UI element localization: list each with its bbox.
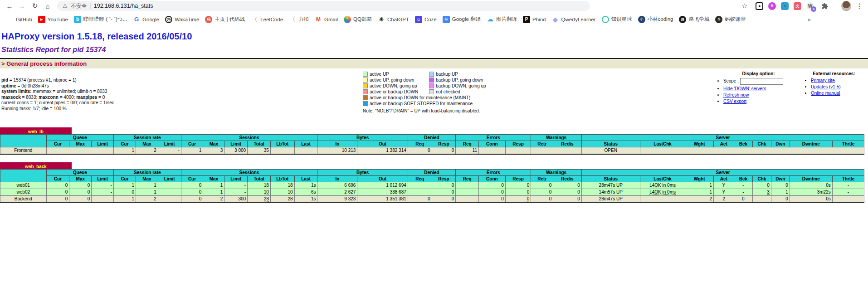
column-header: Req <box>456 175 479 182</box>
column-header: Dwn <box>771 175 790 182</box>
bookmark-item[interactable]: GGoogle 翻译 <box>443 16 481 23</box>
browser-toolbar: ← → ↻ ⌂ ⚠ 不安全 192.168.6.131/ha_stats ☆ ■… <box>0 0 868 12</box>
menu-kebab-icon[interactable]: ⋮ <box>856 2 863 10</box>
legend-row: active UP, going downbackup UP, going do… <box>363 77 486 83</box>
column-group-header: Errors <box>456 135 531 141</box>
column-header: Req <box>408 175 432 182</box>
legend-label: active UP <box>370 72 389 77</box>
bookmark-label: Phind <box>532 17 546 22</box>
external-resource-link[interactable]: Primary site <box>811 78 835 83</box>
display-option-link[interactable]: Hide 'DOWN' servers <box>723 86 766 91</box>
bookmarks-overflow-chevron[interactable]: » <box>807 16 811 23</box>
legend-entry: active UP, going down <box>363 78 429 83</box>
process-info-line: pid = 15374 (process #1, nbproc = 1) <box>1 78 114 83</box>
bookmark-item[interactable]: PPhind <box>523 16 546 23</box>
tooltip-value: 0 <box>527 196 530 202</box>
refresh-icon[interactable]: ↻ <box>29 0 41 11</box>
bookmark-item[interactable]: ☺Coze <box>415 16 437 23</box>
stats-cell <box>158 189 181 195</box>
stats-cell: 0 <box>69 182 92 189</box>
extension-purple-circle-icon[interactable]: R <box>768 2 776 10</box>
extension-w-icon[interactable]: W6 <box>806 2 814 10</box>
haproxy-version-link[interactable]: HAProxy version 1.5.18, released 2016/05… <box>1 31 192 41</box>
extension-translate-icon[interactable]: 文 <box>794 2 801 10</box>
stats-cell: 3 <box>752 189 771 195</box>
stats-cell: 28m47s UP <box>581 195 640 202</box>
scope-input[interactable] <box>740 78 783 85</box>
stats-cell: 0 <box>505 195 531 202</box>
legend-swatch <box>429 83 434 88</box>
bookmark-item[interactable]: ▶YouTube <box>38 16 68 23</box>
bookmark-item[interactable]: ☁图片翻译 <box>487 16 517 23</box>
tooltip-value: 2 <box>154 148 156 153</box>
column-header: Resp <box>505 175 531 182</box>
stats-table-web_back: QueueSession rateSessionsBytesDeniedErro… <box>0 169 864 203</box>
stats-cell: 0 <box>181 189 203 195</box>
external-resource-link[interactable]: Updates (v1.5) <box>811 84 841 89</box>
table-group-header-row: QueueSession rateSessionsBytesDeniedErro… <box>0 169 864 175</box>
legend-label: backup UP, going down <box>436 78 483 83</box>
bookmark-item[interactable]: 知识星球 <box>602 16 632 23</box>
display-option-link[interactable]: Refresh now <box>723 92 749 97</box>
stats-cell: 0 <box>531 182 553 189</box>
stats-cell: - <box>734 182 752 189</box>
extensions-puzzle-icon[interactable] <box>819 0 831 11</box>
back-icon[interactable]: ← <box>4 0 15 11</box>
stats-cell: 1 <box>114 182 136 189</box>
profile-avatar[interactable] <box>841 1 851 11</box>
bookmark-item[interactable]: QQ邮箱 <box>344 16 372 23</box>
tooltip-value: 0 <box>767 183 770 188</box>
table-column-header-row: CurMaxLimitCurMaxLimitCurMaxLimitTotalLb… <box>0 141 864 147</box>
external-resource-item: Online manual <box>811 91 866 96</box>
bookmark-item[interactable]: ◷WakaTime <box>165 16 199 23</box>
column-header: Wght <box>685 141 714 147</box>
extension-blue-square-icon[interactable]: ▪ <box>781 2 789 10</box>
process-info-line: current conns = 1; current pipes = 0/0; … <box>1 100 114 106</box>
proxy-name-link[interactable]: web_back <box>25 164 47 169</box>
stats-row-Frontend: Frontend12-133 0003510 2131 382 3140011O… <box>0 147 864 154</box>
bookmark-item[interactable]: MGmail <box>315 16 338 23</box>
stats-cell: 28 <box>248 195 271 202</box>
bookmark-item[interactable]: 〈力扣 <box>289 16 309 23</box>
bookmark-item[interactable]: GitHub <box>6 16 32 23</box>
bookmark-label: Gmail <box>324 17 338 22</box>
bookmark-item[interactable]: ◆QwertyLearner <box>551 16 595 23</box>
column-header: Req <box>456 141 479 147</box>
stats-cell: L4OK in 0ms <box>640 189 685 195</box>
tooltip-value: L4OK in 0ms <box>649 190 676 195</box>
bookmark-item[interactable]: 路路飞学城 <box>679 16 709 23</box>
legend-swatch <box>363 89 368 94</box>
legend-label: not checked <box>436 89 460 94</box>
legend-label: active or backup SOFT STOPPED for mainte… <box>370 101 473 106</box>
stats-cell: 2 <box>203 195 224 202</box>
bookmark-label: Google <box>142 17 159 22</box>
bookmark-item[interactable]: 码主页 | 代码战 <box>205 16 245 23</box>
stats-cell: 1 <box>685 182 714 189</box>
bookmark-item[interactable]: 〈LeetCode <box>251 16 283 23</box>
bookmark-label: Coze <box>424 17 437 22</box>
bookmark-star-icon[interactable]: ☆ <box>739 0 751 11</box>
stats-cell: OPEN <box>581 147 640 154</box>
stats-cell: - <box>92 182 114 189</box>
home-icon[interactable]: ⌂ <box>42 0 54 11</box>
proxy-name-link[interactable]: web_lb <box>28 129 44 134</box>
bookmark-item[interactable]: ✳ChatGPT <box>378 16 409 23</box>
not-secure-warning-icon: ⚠ <box>63 3 68 9</box>
external-resource-link[interactable]: Online manual <box>811 91 840 96</box>
stats-cell <box>752 195 771 202</box>
address-bar[interactable]: ⚠ 不安全 192.168.6.131/ha_stats <box>57 1 590 11</box>
bookmark-item[interactable]: S蚂蚁课堂 <box>715 16 746 23</box>
stats-cell: 0 <box>181 195 203 202</box>
bookmark-item[interactable]: GGoogle <box>133 16 159 23</box>
row-name-cell: Backend <box>0 195 47 202</box>
bookmark-item[interactable]: 小小林coding <box>638 16 673 23</box>
bookmark-label: Google 翻译 <box>452 16 481 23</box>
bookmark-label: 蚂蚁课堂 <box>725 16 746 23</box>
extension-black-square-icon[interactable]: ■ <box>756 2 763 10</box>
forward-icon[interactable]: → <box>16 0 28 11</box>
stats-cell <box>553 147 582 154</box>
display-option-link[interactable]: CSV export <box>723 99 746 104</box>
bookmark-item[interactable]: b哔哩哔哩 ( ˚- ˚)つ... <box>74 16 127 23</box>
legend-row: active UPbackup UP <box>363 71 486 77</box>
column-header: Max <box>136 175 158 182</box>
